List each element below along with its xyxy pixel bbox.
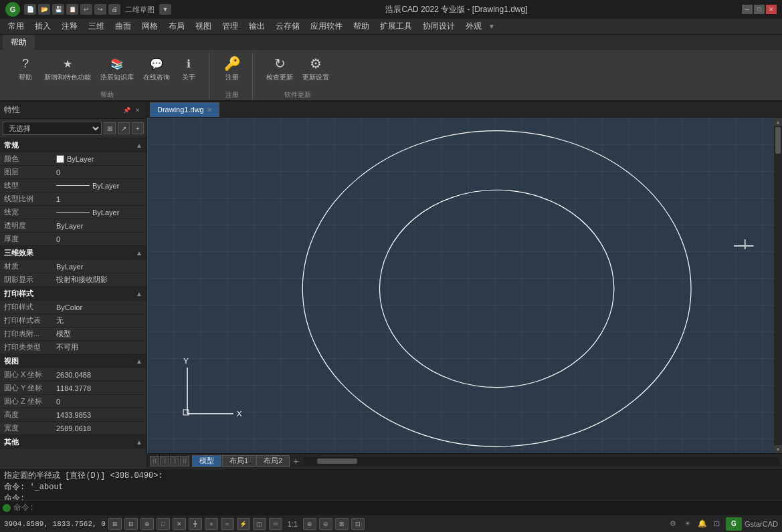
- prop-pst-value[interactable]: 无: [54, 314, 146, 327]
- prop-shadow-value[interactable]: 投射和接收阴影: [54, 273, 146, 286]
- menu-xietong[interactable]: 协同设计: [417, 19, 460, 33]
- menu-qumian[interactable]: 曲面: [110, 19, 136, 33]
- section-other[interactable]: 其他 ▲: [0, 435, 146, 449]
- section-general[interactable]: 常规 ▲: [0, 138, 146, 152]
- layout-tab-2[interactable]: 布局2: [256, 455, 290, 467]
- prop-thickness-value[interactable]: 0: [54, 234, 146, 245]
- menu-shuchu[interactable]: 输出: [243, 19, 270, 33]
- prop-height-value[interactable]: 1433.9853: [54, 410, 146, 420]
- layout-tab-1[interactable]: 布局1: [222, 455, 256, 467]
- ducs-button[interactable]: ≡: [205, 518, 218, 530]
- prop-width-value[interactable]: 2589.0618: [54, 423, 146, 434]
- qp-button[interactable]: ♾: [269, 518, 282, 530]
- menu-wangge[interactable]: 网格: [136, 19, 163, 33]
- undo-icon[interactable]: ↩: [80, 4, 92, 15]
- plot-icon[interactable]: 🖨: [108, 4, 120, 15]
- prop-ptype-value[interactable]: 不可用: [54, 341, 146, 354]
- new-icon[interactable]: 📄: [24, 4, 36, 15]
- dynmode-button[interactable]: ≈: [221, 518, 234, 530]
- zoom-in-button[interactable]: ⊕: [303, 518, 316, 530]
- workspace-switch-button[interactable]: ⊡: [351, 518, 365, 530]
- check-update-button[interactable]: ↻ 检查更新: [264, 53, 296, 84]
- notify-icon[interactable]: 🔔: [696, 518, 708, 530]
- snap-button[interactable]: ⊟: [124, 518, 138, 530]
- menu-waiguan[interactable]: 外观: [460, 19, 487, 33]
- menu-zhushi[interactable]: 注释: [56, 19, 83, 33]
- layout-add-button[interactable]: +: [290, 456, 301, 467]
- saveas-icon[interactable]: 📋: [66, 4, 78, 15]
- light-icon[interactable]: ☀: [682, 518, 694, 530]
- hscroll-thumb[interactable]: [317, 458, 357, 464]
- fullscreen-icon[interactable]: ⊡: [711, 518, 723, 530]
- prop-ltscale-value[interactable]: 1: [54, 194, 146, 205]
- gstar-logo[interactable]: G: [726, 517, 742, 531]
- horizontal-scrollbar[interactable]: [304, 457, 779, 465]
- help-button[interactable]: ? 帮助: [13, 53, 37, 84]
- menu-yingyong[interactable]: 应用软件: [305, 19, 348, 33]
- polar-button[interactable]: □: [157, 518, 170, 530]
- menu-bangzhu[interactable]: 帮助: [348, 19, 375, 33]
- scroll-down-button[interactable]: ▼: [774, 445, 782, 453]
- workspace-dropdown-icon[interactable]: ▼: [159, 4, 171, 15]
- menu-more[interactable]: ▼: [488, 23, 495, 30]
- menu-changyong[interactable]: 常用: [3, 19, 29, 33]
- prop-cz-value[interactable]: 0: [54, 396, 146, 407]
- snap-grid-button[interactable]: ⊞: [108, 518, 122, 530]
- doc-tab-close-icon[interactable]: ✕: [207, 106, 212, 114]
- nav-last-button[interactable]: ⟩⟩: [180, 456, 189, 467]
- doc-tab-drawing1[interactable]: Drawing1.dwg ✕: [150, 102, 219, 117]
- close-button[interactable]: ✕: [766, 5, 777, 14]
- prop-pin-icon[interactable]: 📌: [122, 106, 131, 115]
- zoom-out-button[interactable]: ⊖: [319, 518, 332, 530]
- prop-color-value[interactable]: ByLayer: [54, 154, 146, 164]
- scroll-thumb[interactable]: [775, 127, 781, 154]
- vertical-scrollbar[interactable]: ▲ ▼: [774, 118, 782, 453]
- about-button[interactable]: ℹ 关于: [177, 53, 201, 84]
- prop-layer-value[interactable]: 0: [54, 167, 146, 178]
- ortho-button[interactable]: ⊕: [140, 518, 154, 530]
- toggle-pickadd-button[interactable]: +: [132, 122, 144, 134]
- section-view[interactable]: 视图 ▲: [0, 354, 146, 368]
- select-object-button[interactable]: ↗: [118, 122, 130, 134]
- scroll-up-button[interactable]: ▲: [774, 118, 782, 126]
- section-print[interactable]: 打印样式 ▲: [0, 287, 146, 301]
- prop-transparency-value[interactable]: ByLayer: [54, 221, 146, 231]
- prop-ps-value[interactable]: ByColor: [54, 302, 146, 313]
- open-icon[interactable]: 📂: [38, 4, 50, 15]
- otrack-button[interactable]: ╋: [189, 518, 202, 530]
- drawing-viewport[interactable]: Y X: [147, 118, 774, 453]
- nav-first-button[interactable]: ⟨⟨: [150, 456, 159, 467]
- menu-sanwei[interactable]: 三维: [83, 19, 110, 33]
- viewport-button[interactable]: ⊠: [335, 518, 349, 530]
- redo-icon[interactable]: ↪: [94, 4, 106, 15]
- layout-tab-model[interactable]: 模型: [192, 455, 221, 467]
- prop-psa-value[interactable]: 模型: [54, 327, 146, 340]
- menu-shitu[interactable]: 视图: [190, 19, 217, 33]
- menu-yuncc[interactable]: 云存储: [270, 19, 305, 33]
- osnap-button[interactable]: ✕: [173, 518, 186, 530]
- prop-cy-value[interactable]: 1184.3778: [54, 383, 146, 394]
- register-button[interactable]: 🔑 注册: [220, 53, 244, 84]
- nav-prev-button[interactable]: ⟨: [160, 456, 169, 467]
- update-settings-button[interactable]: ⚙ 更新设置: [300, 53, 332, 84]
- transparency-button[interactable]: ◫: [253, 518, 266, 530]
- minimize-button[interactable]: ─: [742, 5, 753, 14]
- menu-charu[interactable]: 插入: [29, 19, 56, 33]
- menu-guanli[interactable]: 管理: [217, 19, 243, 33]
- prop-linetype-value[interactable]: ByLayer: [54, 180, 146, 191]
- new-features-button[interactable]: ★ 新增和特色功能: [41, 53, 94, 84]
- section-3d[interactable]: 三维效果 ▲: [0, 246, 146, 260]
- prop-material-value[interactable]: ByLayer: [54, 261, 146, 272]
- ribbon-tab-help[interactable]: 帮助: [3, 35, 35, 50]
- online-consult-button[interactable]: 💬 在线咨询: [140, 53, 173, 84]
- menu-kuozhan[interactable]: 扩展工具: [375, 19, 417, 33]
- restore-button[interactable]: □: [754, 5, 765, 14]
- lineweight-button[interactable]: ⚡: [237, 518, 250, 530]
- command-input[interactable]: [13, 503, 779, 513]
- menu-buju[interactable]: 布局: [163, 19, 190, 33]
- knowledge-button[interactable]: 📚 浩辰知识库: [98, 53, 136, 84]
- settings-icon[interactable]: ⚙: [667, 518, 679, 530]
- quick-select-button[interactable]: ⊞: [104, 122, 116, 134]
- prop-close-icon[interactable]: ✕: [133, 106, 142, 115]
- save-icon[interactable]: 💾: [52, 4, 64, 15]
